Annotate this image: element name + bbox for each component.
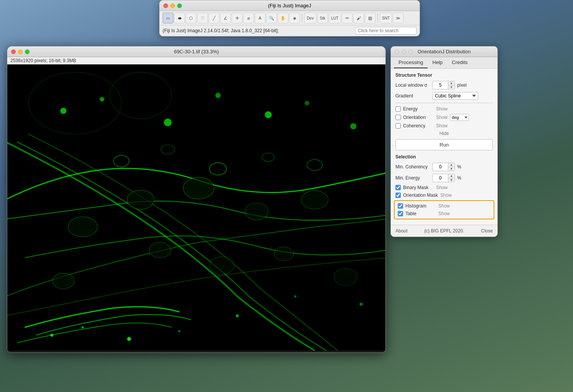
orientation-label: Orientation [403, 115, 434, 120]
toolbar-search-input[interactable] [355, 27, 417, 35]
angle-tool[interactable]: ∠ [220, 13, 231, 23]
snt-tool[interactable]: SNT [380, 13, 392, 23]
orientation-mask-checkbox[interactable] [395, 193, 401, 198]
orientj-minimize-button[interactable] [402, 49, 406, 54]
tab-processing[interactable]: Processing [394, 57, 428, 68]
min-energy-row: Min. Energy ▲ ▼ % [395, 174, 493, 182]
hand-tool[interactable]: ✋ [278, 13, 288, 23]
coherency-label: Coherency [403, 123, 434, 128]
brush-tool[interactable]: 🖌 [353, 13, 364, 23]
rectangle-tool[interactable]: ▭ [163, 13, 173, 23]
image-traffic-lights [11, 49, 30, 54]
histogram-checkbox[interactable] [398, 203, 403, 209]
image-minimize-button[interactable] [18, 49, 23, 54]
orientj-traffic-lights [395, 49, 413, 54]
tab-credits[interactable]: Credits [447, 57, 472, 68]
orientj-tabs: Processing Help Credits [391, 57, 497, 69]
close-button[interactable]: Close [481, 228, 493, 234]
orientation-unit-dropdown[interactable]: deg rad [450, 114, 469, 121]
local-window-label: Local window σ [395, 82, 430, 88]
local-window-up[interactable]: ▲ [448, 81, 454, 85]
hide-button[interactable]: Hide [440, 131, 449, 136]
gradient-dropdown[interactable]: Cubic Spline Finite Difference Gaussian … [432, 92, 478, 100]
toolbar-maximize-button[interactable] [177, 3, 182, 8]
image-close-button[interactable] [11, 49, 16, 54]
dev-tool[interactable]: Dev [304, 13, 316, 23]
min-energy-down[interactable]: ▼ [448, 178, 454, 182]
min-energy-up[interactable]: ▲ [448, 174, 454, 178]
energy-checkbox[interactable] [395, 106, 401, 112]
table-row: Table Show [398, 211, 491, 216]
selection-header: Selection [395, 154, 493, 160]
binary-mask-checkbox[interactable] [395, 185, 401, 190]
coherency-checkbox[interactable] [395, 123, 401, 128]
min-coherency-up[interactable]: ▲ [448, 163, 454, 167]
orientation-show-button[interactable]: Show [436, 115, 448, 120]
binary-mask-show-button[interactable]: Show [436, 185, 448, 190]
svg-point-5 [164, 119, 171, 126]
pencil-tool[interactable]: ✏ [342, 13, 352, 23]
toolbar-title: (Fiji Is Just) ImageJ [268, 3, 311, 8]
svg-point-32 [359, 303, 362, 306]
svg-point-29 [178, 330, 181, 333]
line-tool[interactable]: ╱ [209, 13, 219, 23]
local-window-value[interactable] [433, 82, 448, 89]
image-info-text: 2536x1920 pixels; 16-bit; 9.3MB [10, 58, 76, 63]
polygon-tool[interactable]: ⬡ [186, 13, 196, 23]
selection-section: Selection Min. Coherency ▲ ▼ % Min. Ener… [395, 154, 493, 219]
eraser-tool[interactable]: ▧ [365, 13, 375, 23]
eyedropper-tool[interactable]: ◈ [289, 13, 300, 23]
svg-point-26 [50, 334, 53, 337]
svg-point-31 [294, 295, 296, 298]
toolbar-status-text: (Fiji Is Just) ImageJ 2.14.0/1.54f; Java… [163, 28, 279, 33]
toolbar-status-bar: (Fiji Is Just) ImageJ 2.14.0/1.54f; Java… [160, 25, 420, 36]
orientj-maximize-button[interactable] [408, 49, 413, 54]
min-energy-spinner[interactable]: ▲ ▼ [432, 174, 455, 182]
energy-show-button[interactable]: Show [436, 106, 448, 112]
svg-point-18 [301, 191, 328, 209]
image-maximize-button[interactable] [25, 49, 30, 54]
toolbar-close-button[interactable] [163, 3, 168, 8]
oval-tool[interactable]: ⬬ [174, 13, 185, 23]
min-coherency-down[interactable]: ▼ [448, 167, 454, 171]
wand-tool[interactable]: ⌀ [243, 13, 254, 23]
coherency-show-button[interactable]: Show [436, 123, 448, 128]
min-energy-value[interactable] [433, 175, 448, 181]
microscopy-image [7, 64, 385, 351]
orientj-close-button[interactable] [395, 49, 399, 54]
min-coherency-value[interactable] [433, 163, 448, 170]
local-window-down[interactable]: ▼ [448, 85, 454, 89]
orientationj-panel: OrientationJ Distribution Processing Hel… [390, 46, 498, 237]
run-button[interactable]: Run [395, 139, 493, 150]
local-window-spin-buttons: ▲ ▼ [448, 81, 454, 89]
table-show-button[interactable]: Show [438, 211, 450, 216]
local-window-row: Local window σ ▲ ▼ pixel [395, 81, 493, 89]
local-window-spinner[interactable]: ▲ ▼ [432, 81, 455, 89]
min-energy-unit: % [457, 175, 461, 181]
toolbar-traffic-lights [163, 3, 182, 8]
structure-tensor-header: Structure Tensor [395, 72, 493, 78]
coherency-row: Coherency Show [395, 123, 493, 128]
stk-tool[interactable]: Stk [317, 13, 328, 23]
tab-help[interactable]: Help [428, 57, 447, 68]
orientation-mask-show-button[interactable]: Show [440, 193, 452, 198]
orientation-row: Orientation Show deg rad [395, 114, 493, 121]
min-coherency-spin-buttons: ▲ ▼ [448, 163, 454, 171]
table-checkbox[interactable] [398, 211, 403, 216]
svg-point-27 [82, 326, 84, 328]
zoom-tool[interactable]: 🔍 [266, 13, 277, 23]
copyright-text: (c) BIG EPFL 2020. [410, 228, 478, 234]
svg-point-19 [68, 217, 97, 237]
toolbar-minimize-button[interactable] [170, 3, 175, 8]
text-tool[interactable]: A [255, 13, 265, 23]
image-canvas[interactable] [7, 64, 385, 351]
lut-tool[interactable]: LUT [329, 13, 341, 23]
orientation-checkbox[interactable] [395, 115, 401, 120]
hide-row: Hide [395, 131, 493, 136]
freehand-tool[interactable]: ♡ [197, 13, 208, 23]
min-coherency-spinner[interactable]: ▲ ▼ [432, 163, 455, 171]
point-tool[interactable]: ✛ [232, 13, 242, 23]
about-button[interactable]: About [395, 228, 407, 234]
more-tool[interactable]: ≫ [393, 13, 403, 23]
histogram-show-button[interactable]: Show [438, 203, 450, 209]
